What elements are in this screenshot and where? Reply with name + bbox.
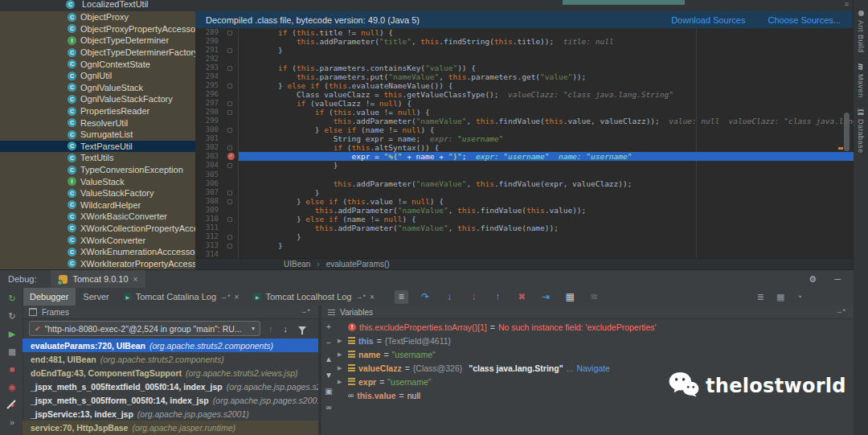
line-number[interactable]: 298 [195, 108, 238, 117]
fold-icon[interactable] [227, 128, 232, 133]
fold-icon[interactable] [227, 163, 232, 168]
tree-item[interactable]: CXWorkEnumerationAcccessor [0, 246, 195, 258]
tree-item[interactable]: CObjectProxyPropertyAccessor [0, 23, 195, 35]
expander-icon[interactable]: ▶ [338, 351, 345, 358]
line-number[interactable]: 307 [195, 188, 238, 197]
tool-button-database[interactable]: Database [854, 108, 868, 154]
frame-row[interactable]: _jspService:13, index_jsp(org.apache.jsp… [23, 407, 318, 421]
move-watch-up-icon[interactable]: ▲ [325, 351, 333, 367]
frame-up-icon[interactable]: ↑ [268, 324, 273, 334]
frame-row[interactable]: _jspx_meth_s_005ftextfield_005f0:14, ind… [23, 380, 318, 393]
line-number[interactable]: 305 [195, 170, 238, 179]
debug-session-tab[interactable]: Tomcat 9.0.10 × [51, 270, 145, 288]
tree-item[interactable]: CObjectTypeDeterminerFactory [0, 47, 195, 59]
tree-item[interactable]: CXWorkCollectionPropertyAccessor [0, 223, 195, 235]
line-number[interactable]: 304 [195, 161, 238, 170]
scroll-to-end-icon[interactable]: →* [300, 307, 310, 315]
stop-icon[interactable]: ■ [0, 360, 23, 378]
frame-row[interactable]: evaluateParams:720, UIBean(org.apache.st… [23, 339, 318, 352]
editor-scrollbar-thumb[interactable] [844, 113, 850, 151]
line-number[interactable]: 302 [195, 143, 238, 152]
hidden-icons-chevron[interactable]: » [0, 413, 23, 431]
tree-item[interactable]: CTypeConversionException [0, 164, 195, 176]
variable-row[interactable]: ▶this = {TextField@4611} [336, 334, 854, 347]
expander-icon[interactable]: ▶ [338, 365, 345, 371]
refresh-icon[interactable]: ↻ [0, 307, 23, 325]
expander-icon[interactable]: ▶ [338, 379, 345, 385]
line-number[interactable]: 303✓ [195, 152, 238, 161]
frame-row[interactable]: _jspx_meth_s_005fform_005f0:14, index_js… [23, 393, 318, 407]
scroll-to-end-icon[interactable]: →* [835, 307, 845, 315]
pin-icon[interactable]: ▦ [776, 292, 784, 302]
tree-item[interactable]: COgnlContextState [0, 58, 195, 70]
show-execution-point-icon[interactable]: ≡ [395, 290, 408, 304]
tree-item[interactable]: CSurrugateList [0, 129, 195, 141]
line-number[interactable]: 313 [195, 241, 238, 250]
tree-item[interactable]: IValueStack [0, 175, 195, 187]
fold-icon[interactable] [227, 110, 232, 115]
tree-item[interactable]: CPropertiesReader [0, 105, 195, 117]
tree-item[interactable]: CValueStackFactory [0, 187, 195, 199]
line-number[interactable]: 309 [195, 206, 238, 215]
tab-tomcat-localhost-log[interactable]: ▶Tomcat Localhost Log→*× [246, 288, 381, 306]
remove-watch-icon[interactable]: − [326, 334, 331, 351]
navigate-link[interactable]: Navigate [576, 363, 609, 373]
line-number[interactable]: 301 [195, 134, 238, 143]
fold-icon[interactable] [227, 48, 232, 53]
line-number[interactable]: 292 [195, 55, 238, 64]
mute-renderers-icon[interactable]: ≋ [588, 290, 601, 304]
step-out-icon[interactable]: ↑ [491, 290, 505, 304]
fold-icon[interactable] [227, 101, 232, 106]
fold-icon[interactable] [227, 235, 232, 240]
add-watch-icon[interactable]: + [326, 318, 331, 334]
line-number[interactable]: 308 [195, 197, 238, 206]
frame-row[interactable]: service:70, HttpJspBase(org.apache.jaspe… [23, 421, 318, 434]
line-number[interactable]: 306 [195, 179, 238, 188]
run-to-cursor-icon[interactable]: ⇥ [539, 290, 553, 304]
line-number[interactable]: 311 [195, 224, 238, 232]
frame-row[interactable]: end:481, UIBean(org.apache.struts2.compo… [23, 352, 318, 366]
tool-button-ant-build[interactable]: Ant Build [854, 10, 868, 53]
line-number[interactable]: 312 [195, 232, 238, 241]
line-number[interactable]: 299 [195, 117, 238, 125]
tree-item[interactable]: CXWorkIteratorPropertyAccessor [0, 257, 195, 269]
tree-item[interactable]: CResolverUtil [0, 117, 195, 129]
tab-debugger[interactable]: Debugger [23, 288, 76, 306]
tree-item[interactable]: CXWorkConverter [0, 234, 195, 246]
line-number[interactable]: 295 [195, 81, 238, 90]
tree-item[interactable]: CTextUtils [0, 152, 195, 164]
tab-tomcat-catalina-log[interactable]: ▶Tomcat Catalina Log→*× [117, 288, 247, 306]
rerun-icon[interactable]: ↻ [0, 289, 23, 307]
fold-icon[interactable] [227, 199, 232, 204]
hide-panel-icon[interactable]: ─ [834, 274, 841, 284]
variable-row[interactable]: ▶name = "username" [336, 347, 854, 361]
filter-frames-icon[interactable] [298, 326, 306, 331]
line-number[interactable]: 314 [195, 250, 238, 259]
tree-item[interactable]: IObjectTypeDeterminer [0, 35, 195, 47]
line-number[interactable]: 289 [195, 28, 238, 37]
tree-item-cropped[interactable]: C LocalizedTextUtil [66, 0, 149, 9]
tree-item[interactable]: CXWorkBasicConverter [0, 211, 195, 223]
tree-item[interactable]: COgnlUtil [0, 70, 195, 82]
line-number[interactable]: 293 [195, 64, 238, 72]
tab-server[interactable]: Server [76, 288, 116, 306]
tool-button-maven[interactable]: mMaven [854, 64, 868, 98]
tree-item[interactable]: COgnlValueStackFactory [0, 93, 195, 105]
line-number[interactable]: 297 [195, 99, 238, 108]
close-icon[interactable]: × [235, 293, 240, 302]
tree-item[interactable]: CTextParseUtil [0, 141, 195, 153]
force-step-into-icon[interactable]: ↓ [467, 290, 481, 304]
frame-down-icon[interactable]: ↓ [284, 324, 289, 334]
layout-settings-icon[interactable]: ≣ [757, 292, 764, 302]
choose-sources-link[interactable]: Choose Sources... [768, 15, 841, 25]
step-into-icon[interactable]: ↓ [443, 290, 457, 304]
line-number[interactable]: 300 [195, 125, 238, 134]
evaluate-expression-icon[interactable]: ▦ [563, 290, 577, 304]
frame-row[interactable]: doEndTag:43, ComponentTagSupport(org.apa… [23, 366, 318, 380]
settings-gear-icon[interactable]: ⚙ [809, 274, 817, 285]
drop-frame-icon[interactable]: ✖ [515, 290, 529, 304]
fold-icon[interactable] [227, 31, 232, 35]
breakpoint-icon[interactable]: ✓ [227, 153, 235, 160]
fold-icon[interactable] [227, 66, 232, 71]
tree-item[interactable]: CWildcardHelper [0, 199, 195, 211]
